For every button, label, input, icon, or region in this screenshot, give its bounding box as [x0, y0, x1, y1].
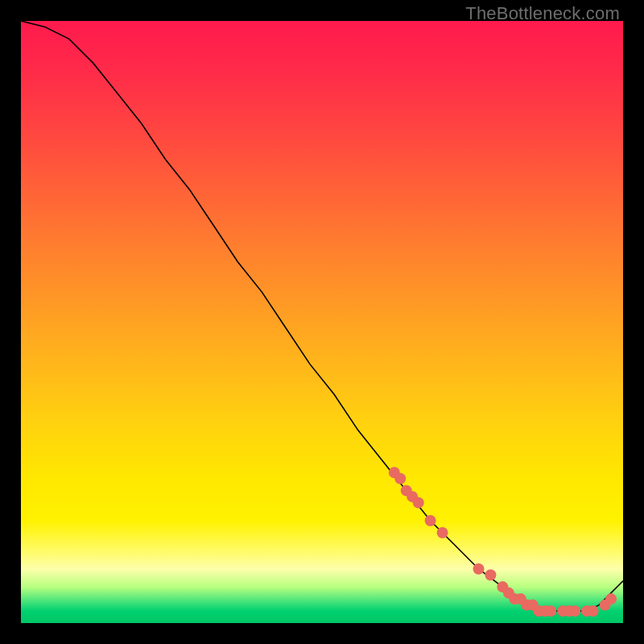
- data-marker: [485, 569, 496, 580]
- data-marker: [413, 497, 424, 508]
- markers-group: [389, 467, 617, 617]
- curve-line: [21, 21, 623, 611]
- data-marker: [569, 605, 580, 617]
- data-marker: [588, 605, 599, 617]
- chart-overlay: [21, 21, 623, 623]
- data-marker: [545, 605, 556, 617]
- data-marker: [605, 593, 617, 605]
- data-marker: [437, 527, 448, 539]
- data-marker: [394, 473, 406, 485]
- chart-frame: TheBottleneck.com: [0, 0, 644, 644]
- data-marker: [473, 564, 485, 575]
- data-marker: [425, 515, 436, 526]
